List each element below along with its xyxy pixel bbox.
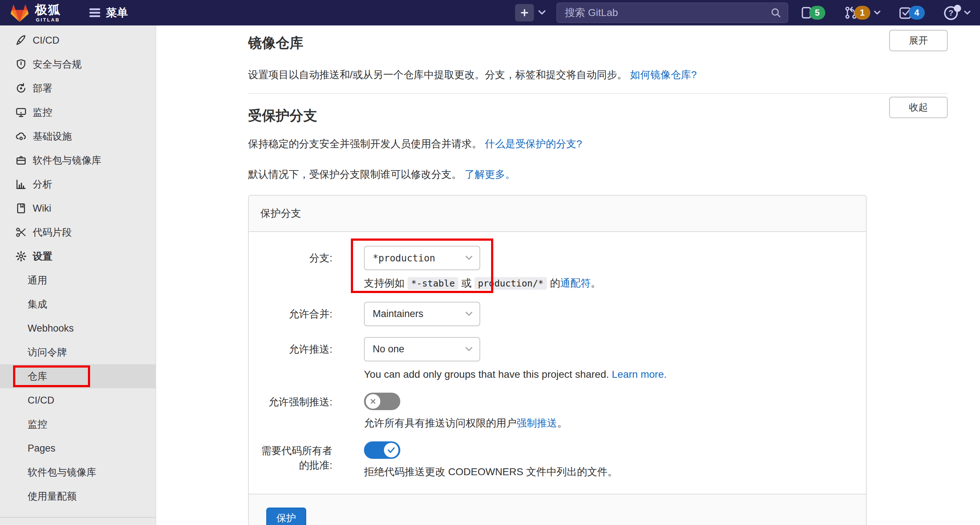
tanuki-logo-icon xyxy=(10,3,30,22)
protected-description-2: 默认情况下，受保护分支限制谁可以修改分支。 xyxy=(248,169,462,180)
allowed-merge-dropdown[interactable]: Maintainers xyxy=(364,302,480,326)
force-push-helper: 允许所有具有推送访问权限的用户强制推送。 xyxy=(364,416,854,431)
sidebar-subitem-monitor[interactable]: 监控 xyxy=(0,412,156,436)
sidebar-subitem-packages[interactable]: 软件包与镜像库 xyxy=(0,460,156,484)
sidebar-item-analytics[interactable]: 分析 xyxy=(0,172,156,196)
sidebar-item-security[interactable]: 安全与合规 xyxy=(0,53,156,77)
toggle-knob-check-icon xyxy=(384,443,398,457)
mirror-repository-section: 镜像仓库 展开 设置项目以自动推送和/或从另一个仓库中提取更改。分支，标签和提交… xyxy=(248,34,948,82)
monitor-icon xyxy=(15,107,27,118)
card-footer: 保护 xyxy=(249,494,866,525)
collapse-button[interactable]: 收起 xyxy=(889,97,948,118)
sidebar-subitem-cicd[interactable]: CI/CD xyxy=(0,388,156,412)
settings-content: 镜像仓库 展开 设置项目以自动推送和/或从另一个仓库中提取更改。分支，标签和提交… xyxy=(156,26,980,525)
mirror-description: 设置项目以自动推送和/或从另一个仓库中提取更改。分支，标签和提交将自动同步。 xyxy=(248,69,627,80)
plus-icon xyxy=(515,4,534,21)
menu-label: 菜单 xyxy=(106,5,128,20)
protected-section-title: 受保护分支 xyxy=(248,107,317,124)
logo-title: 极狐 xyxy=(35,3,61,16)
expand-button[interactable]: 展开 xyxy=(889,30,948,51)
code-chip: production/* xyxy=(474,277,547,290)
allowed-push-label: 允许推送: xyxy=(261,337,332,382)
force-push-link[interactable]: 强制推送 xyxy=(517,417,557,429)
what-protected-link[interactable]: 什么是受保护的分支? xyxy=(485,138,582,149)
deploy-icon xyxy=(15,83,27,94)
sidebar-subitem-usage-quota[interactable]: 使用量配额 xyxy=(0,484,156,508)
chevron-down-icon xyxy=(465,311,473,317)
learn-more-link-en[interactable]: Learn more. xyxy=(612,369,667,380)
allowed-push-row: 允许推送: No one You can add only groups tha… xyxy=(261,337,854,382)
toggle-knob-x-icon xyxy=(366,394,380,409)
chevron-down-icon xyxy=(465,255,473,261)
new-dropdown-button[interactable] xyxy=(515,4,546,21)
sidebar-divider xyxy=(0,517,156,518)
chevron-down-icon xyxy=(465,347,473,352)
search-icon xyxy=(770,7,781,18)
rocket-icon xyxy=(15,35,27,46)
codeowners-toggle[interactable] xyxy=(364,441,400,459)
scissors-icon xyxy=(15,227,27,238)
branch-row: 分支: *production 支持例如 *-stable 或 producti… xyxy=(261,246,854,291)
mirror-section-title: 镜像仓库 xyxy=(248,34,303,52)
learn-more-link-zh[interactable]: 了解更多。 xyxy=(465,169,515,180)
sidebar-item-deploy[interactable]: 部署 xyxy=(0,77,156,101)
search-box xyxy=(557,3,788,23)
force-push-label: 允许强制推送: xyxy=(261,393,332,431)
protected-description-1: 保持稳定的分支安全并强制开发人员使用合并请求。 xyxy=(248,138,482,149)
chart-icon xyxy=(15,179,27,190)
sidebar-subitem-webhooks[interactable]: Webhooks xyxy=(0,316,156,340)
mr-badge: 1 xyxy=(854,6,870,20)
top-navbar: 极狐 GITLAB 菜单 xyxy=(0,0,980,26)
todo-badge: 4 xyxy=(909,6,925,20)
merge-requests-button[interactable]: 1 xyxy=(843,5,880,20)
wildcard-link[interactable]: 通配符 xyxy=(560,278,590,289)
mr-chevron-icon xyxy=(874,11,880,15)
sidebar-item-cicd[interactable]: CI/CD xyxy=(0,28,156,53)
notification-dot-icon xyxy=(954,5,961,12)
push-helper: You can add only groups that have this p… xyxy=(364,367,854,382)
todos-button[interactable]: 4 xyxy=(899,6,925,20)
mirror-help-link[interactable]: 如何镜像仓库? xyxy=(630,69,697,80)
issues-button[interactable]: 5 xyxy=(800,6,825,20)
book-icon xyxy=(15,203,27,214)
search-input[interactable] xyxy=(565,7,770,19)
sidebar-item-settings[interactable]: 设置 xyxy=(0,244,156,268)
codeowners-helper: 拒绝代码推送更改 CODEOWNERS 文件中列出的文件。 xyxy=(364,464,854,479)
branch-label: 分支: xyxy=(261,246,332,291)
sidebar-item-monitor[interactable]: 监控 xyxy=(0,101,156,124)
sidebar-item-wiki[interactable]: Wiki xyxy=(0,196,156,220)
logo-subtitle: GITLAB xyxy=(36,18,60,22)
sidebar-subitem-pages[interactable]: Pages xyxy=(0,436,156,460)
shield-icon xyxy=(15,59,27,70)
force-push-toggle[interactable] xyxy=(364,393,400,410)
issues-badge: 5 xyxy=(809,6,825,20)
annotation-box-repository xyxy=(13,365,90,387)
project-sidebar: CI/CD 安全与合规 部署 监控 基础设施 软件包与镜像库 分 xyxy=(0,26,156,525)
menu-button[interactable]: 菜单 xyxy=(89,5,128,20)
allowed-push-dropdown[interactable]: No one xyxy=(364,337,480,361)
branch-dropdown[interactable]: *production xyxy=(364,246,480,270)
help-chevron-icon xyxy=(964,11,970,15)
gear-icon xyxy=(15,251,27,262)
protect-button[interactable]: 保护 xyxy=(266,507,306,525)
sidebar-subitem-access-tokens[interactable]: 访问令牌 xyxy=(0,340,156,364)
sidebar-item-infrastructure[interactable]: 基础设施 xyxy=(0,124,156,148)
codeowners-label: 需要代码所有者 的批准: xyxy=(261,441,332,479)
sidebar-item-snippets[interactable]: 代码片段 xyxy=(0,220,156,244)
package-icon xyxy=(15,155,27,166)
section-divider xyxy=(248,93,948,94)
sidebar-item-packages[interactable]: 软件包与镜像库 xyxy=(0,148,156,172)
gitlab-logo[interactable]: 极狐 GITLAB xyxy=(10,3,61,22)
allowed-merge-row: 允许合并: Maintainers xyxy=(261,302,854,326)
sidebar-subitem-repository[interactable]: 仓库 xyxy=(0,364,156,388)
protected-branches-section: 受保护分支 收起 保持稳定的分支安全并强制开发人员使用合并请求。 什么是受保护的… xyxy=(248,107,948,525)
codeowners-row: 需要代码所有者 的批准: 拒绝代码推送更改 CODEOWNERS 文件中列出的文… xyxy=(261,441,854,479)
chevron-down-icon xyxy=(538,10,546,15)
sidebar-subitem-integrations[interactable]: 集成 xyxy=(0,292,156,316)
allowed-merge-label: 允许合并: xyxy=(261,302,332,326)
help-button[interactable]: ? xyxy=(943,4,970,21)
force-push-row: 允许强制推送: 允许所有具有推送访问权限的用户强制推送。 xyxy=(261,393,854,431)
sidebar-subitem-general[interactable]: 通用 xyxy=(0,268,156,292)
hamburger-icon xyxy=(89,8,101,18)
branch-helper: 支持例如 *-stable 或 production/* 的通配符。 xyxy=(364,276,854,291)
